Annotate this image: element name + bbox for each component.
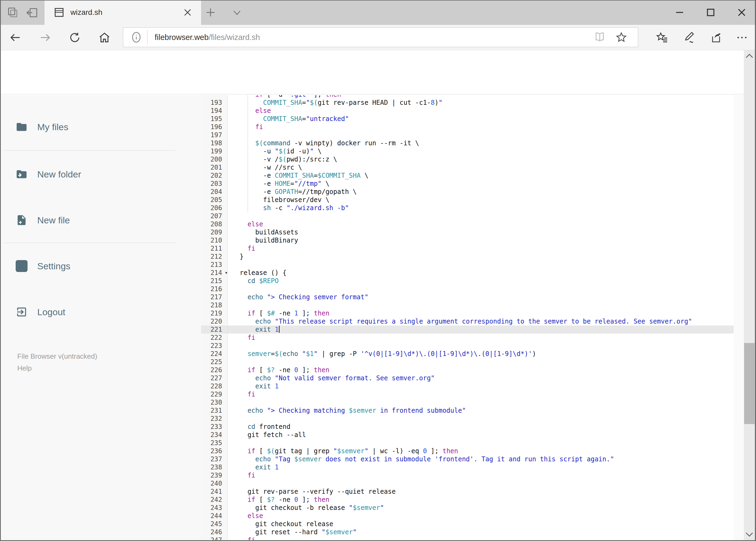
code-line[interactable] [228,285,744,293]
fold-arrow-icon[interactable]: ▾ [225,269,227,277]
app-header [0,50,756,95]
code-line[interactable]: git fetch --all [228,431,744,439]
code-line[interactable]: git checkout -b release "$semver" [228,504,744,512]
tab-list-chevron-icon[interactable] [232,8,242,17]
code-line[interactable]: fi [228,333,744,342]
code-line[interactable]: echo "Tag $semver does not exist in subm… [228,455,744,463]
line-number: 196 [201,123,227,131]
code-line[interactable] [228,342,744,350]
code-line[interactable]: fi [228,536,744,540]
line-number: 208 [201,220,227,228]
code-lines[interactable]: if [ -d ".git" ]; then COMMIT_SHA="$(git… [228,95,744,540]
code-line[interactable]: echo "Not valid semver format. See semve… [228,374,744,382]
tab-close-icon[interactable] [182,6,193,18]
web-note-pen-icon[interactable] [683,31,696,44]
code-line[interactable]: echo "> Checking semver format" [228,293,744,301]
code-line[interactable]: -e HOME="//tmp" \ [228,180,744,188]
code-line[interactable] [228,479,744,487]
code-line[interactable]: git reset --hard "$semver" [228,528,744,536]
line-number: 229 [201,390,227,398]
tab-preview-icon[interactable] [6,6,19,19]
line-number: 200 [201,155,227,164]
sidebar-item-new-folder[interactable]: New folder [0,164,183,185]
url-host: filebrowser.web [155,33,209,42]
code-line[interactable]: echo "> Checking matching $semver in fro… [228,406,744,415]
code-line[interactable]: exit 1 [228,463,744,471]
sidebar-item-my-files[interactable]: My files [0,116,183,138]
sidebar-item-new-file[interactable]: New file [0,209,183,231]
browser-tab[interactable]: wizard.sh [45,0,201,25]
code-line[interactable]: fi [228,390,744,398]
sidebar-item-settings[interactable]: Settings [0,255,183,277]
code-line[interactable]: if [ $# -ne 1 ]; then [228,309,744,317]
back-button[interactable] [9,31,22,44]
code-line[interactable]: -e COMMIT_SHA=$COMMIT_SHA \ [228,172,744,180]
code-line[interactable]: -e GOPATH=//tmp/gopath \ [228,188,744,196]
help-link[interactable]: Help [17,364,32,372]
code-line[interactable]: COMMIT_SHA="untracked" [228,115,744,123]
refresh-button[interactable] [68,31,81,44]
share-icon[interactable] [710,31,723,44]
code-line[interactable]: buildAssets [228,228,744,236]
code-line[interactable]: git checkout release [228,520,744,528]
scrollbar-thumb[interactable] [744,343,755,424]
sidebar-item-logout[interactable]: Logout [0,301,183,323]
favorites-hub-icon[interactable] [656,31,669,44]
code-line[interactable]: else [228,220,744,228]
code-line[interactable]: exit 1 [228,325,744,333]
code-line[interactable] [228,301,744,309]
code-line[interactable]: release () { [228,269,744,277]
line-number: 243 [201,504,227,512]
code-line[interactable]: exit 1 [228,382,744,390]
scroll-up-icon[interactable] [744,50,755,62]
url-text[interactable]: filebrowser.web/files/wizard.sh [155,28,260,47]
code-line[interactable]: sh -c "./wizard.sh -b" [228,204,744,212]
window-border [0,0,1,541]
window-close-button[interactable] [735,5,749,19]
code-line[interactable]: echo "This release script requires a sin… [228,317,744,325]
code-line[interactable]: if [ $(git tag | grep "$semver" | wc -l)… [228,447,744,455]
window-maximize-button[interactable] [704,5,718,19]
code-line[interactable]: else [228,512,744,520]
home-button[interactable] [98,31,111,44]
address-bar[interactable]: filebrowser.web/files/wizard.sh [123,27,638,47]
code-line[interactable] [228,131,744,139]
code-line[interactable]: COMMIT_SHA="$(git rev-parse HEAD | cut -… [228,99,744,107]
code-editor[interactable]: 1931941951961971981992002012022032042052… [201,95,744,540]
more-options-icon[interactable] [735,31,748,44]
code-line[interactable]: git rev-parse --verify --quiet release [228,487,744,496]
code-line[interactable] [228,415,744,423]
code-line[interactable]: cd $REPO [228,277,744,285]
code-line[interactable]: -u "$(id -u)" \ [228,147,744,155]
reading-view-icon[interactable] [594,31,606,44]
code-line[interactable]: -v /$(pwd):/src:z \ [228,155,744,164]
code-line[interactable]: semver=$(echo "$1" | grep -P '^v(0|[1-9]… [228,350,744,358]
code-line[interactable]: -w //src \ [228,164,744,172]
tabs-set-aside-icon[interactable] [26,6,38,19]
line-number: 215 [201,277,227,285]
code-line[interactable]: if [ -d ".git" ]; then [228,95,744,99]
new-tab-button[interactable] [205,6,216,18]
vertical-scrollbar[interactable] [744,50,755,540]
window-minimize-button[interactable] [672,5,687,19]
code-line[interactable]: fi [228,245,744,253]
scroll-down-icon[interactable] [744,528,755,540]
code-line[interactable]: fi [228,471,744,479]
code-line[interactable]: else [228,107,744,115]
code-line[interactable]: } [228,253,744,261]
favorite-star-icon[interactable] [615,31,628,44]
code-line[interactable]: if [ $? -ne 0 ]; then [228,366,744,374]
code-line[interactable] [228,212,744,220]
code-line[interactable]: buildBinary [228,236,744,245]
forward-button[interactable] [39,31,52,44]
code-line[interactable] [228,358,744,366]
code-line[interactable] [228,398,744,406]
code-line[interactable] [228,261,744,269]
code-line[interactable]: cd frontend [228,423,744,431]
site-info-icon[interactable] [130,31,143,44]
code-line[interactable]: if [ $? -ne 0 ]; then [228,496,744,504]
code-line[interactable]: filebrowser/dev \ [228,196,744,204]
code-line[interactable] [228,439,744,447]
code-line[interactable]: $(command -v winpty) docker run --rm -it… [228,139,744,147]
code-line[interactable]: fi [228,123,744,131]
